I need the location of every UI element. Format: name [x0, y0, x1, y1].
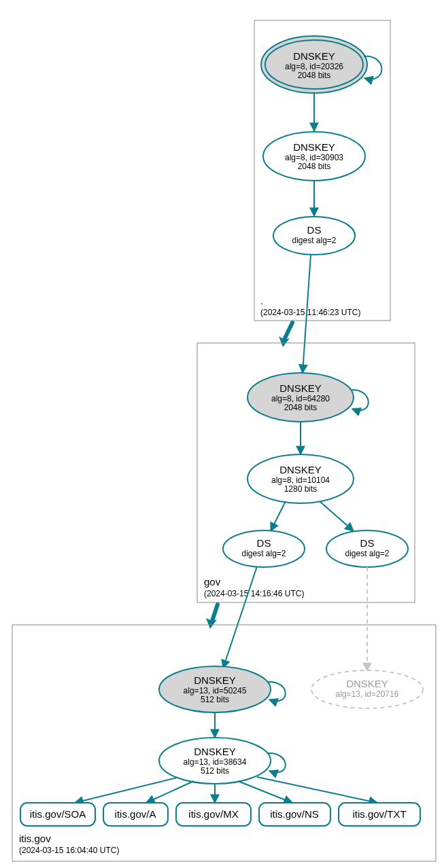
edge-zsk-soa — [75, 778, 177, 803]
edge-gov-zsk-ds1 — [271, 501, 286, 531]
node-gov-zsk: DNSKEY alg=8, id=10104 1280 bits — [247, 454, 354, 503]
edge-zsk-a — [146, 781, 194, 803]
zone-root-label: . — [260, 295, 263, 306]
svg-text:alg=13, id=50245: alg=13, id=50245 — [184, 686, 247, 695]
node-itis-missing: DNSKEY alg=13, id=20716 — [311, 670, 423, 708]
node-root-ksk: DNSKEY alg=8, id=20326 2048 bits — [261, 36, 367, 93]
zone-root-ts: (2024-03-15 11:46:23 UTC) — [260, 308, 360, 317]
dnssec-graph: . (2024-03-15 11:46:23 UTC) DNSKEY alg=8… — [0, 0, 444, 868]
svg-text:alg=8, id=30903: alg=8, id=30903 — [285, 153, 343, 162]
svg-text:DNSKEY: DNSKEY — [293, 141, 335, 153]
rr-txt: itis.gov/TXT — [339, 803, 420, 826]
rr-mx: itis.gov/MX — [176, 803, 251, 826]
svg-text:2048 bits: 2048 bits — [298, 162, 331, 171]
svg-text:itis.gov/MX: itis.gov/MX — [188, 808, 238, 820]
svg-text:alg=13, id=20716: alg=13, id=20716 — [336, 689, 399, 699]
node-root-zsk: DNSKEY alg=8, id=30903 2048 bits — [263, 132, 365, 181]
svg-text:DS: DS — [360, 537, 375, 549]
node-itis-ksk: DNSKEY alg=13, id=50245 512 bits — [159, 666, 271, 712]
delegation-gov-itis — [212, 604, 218, 621]
zone-itis-ts: (2024-03-15 16:04:40 UTC) — [19, 846, 119, 855]
svg-text:itis.gov/NS: itis.gov/NS — [270, 808, 319, 820]
zone-gov-label: gov — [204, 576, 221, 587]
svg-text:512 bits: 512 bits — [201, 766, 229, 776]
svg-text:digest alg=2: digest alg=2 — [241, 549, 286, 558]
node-root-ds: DS digest alg=2 — [273, 217, 355, 255]
svg-text:DNSKEY: DNSKEY — [346, 678, 388, 689]
svg-text:alg=8, id=20326: alg=8, id=20326 — [285, 62, 343, 71]
rr-ns: itis.gov/NS — [259, 803, 330, 826]
node-gov-ds1: DS digest alg=2 — [223, 530, 305, 567]
edge-gov-ds1-itis-ksk — [223, 566, 257, 668]
svg-text:alg=13, id=38634: alg=13, id=38634 — [184, 757, 247, 767]
svg-text:DNSKEY: DNSKEY — [194, 674, 236, 686]
svg-text:digest alg=2: digest alg=2 — [345, 549, 389, 558]
svg-text:DS: DS — [257, 537, 271, 549]
svg-text:DNSKEY: DNSKEY — [194, 746, 236, 757]
rr-a: itis.gov/A — [103, 803, 168, 826]
rr-soa: itis.gov/SOA — [20, 803, 95, 826]
svg-text:2048 bits: 2048 bits — [298, 71, 331, 80]
svg-text:itis.gov/SOA: itis.gov/SOA — [30, 808, 86, 820]
svg-text:alg=8, id=10104: alg=8, id=10104 — [271, 475, 330, 485]
delegation-root-gov — [284, 323, 292, 340]
svg-text:itis.gov/TXT: itis.gov/TXT — [352, 808, 406, 820]
svg-text:DNSKEY: DNSKEY — [279, 382, 322, 394]
edge-zsk-txt — [257, 777, 377, 803]
node-itis-zsk: DNSKEY alg=13, id=38634 512 bits — [159, 738, 271, 784]
zone-itis-label: itis.gov — [19, 833, 51, 844]
edge-gov-zsk-ds2 — [320, 501, 354, 531]
svg-text:DS: DS — [307, 224, 322, 236]
svg-text:alg=8, id=64280: alg=8, id=64280 — [271, 394, 330, 403]
svg-text:digest alg=2: digest alg=2 — [292, 236, 336, 245]
svg-text:512 bits: 512 bits — [201, 695, 229, 704]
edge-zsk-ns — [238, 781, 292, 803]
svg-text:1280 bits: 1280 bits — [284, 484, 318, 494]
svg-text:DNSKEY: DNSKEY — [279, 464, 322, 475]
node-gov-ksk: DNSKEY alg=8, id=64280 2048 bits — [247, 373, 354, 422]
node-gov-ds2: DS digest alg=2 — [326, 530, 408, 567]
svg-text:itis.gov/A: itis.gov/A — [115, 808, 156, 820]
svg-text:DNSKEY: DNSKEY — [293, 50, 335, 62]
zone-gov-ts: (2024-03-15 14:16:46 UTC) — [204, 589, 304, 598]
svg-text:2048 bits: 2048 bits — [284, 403, 318, 412]
